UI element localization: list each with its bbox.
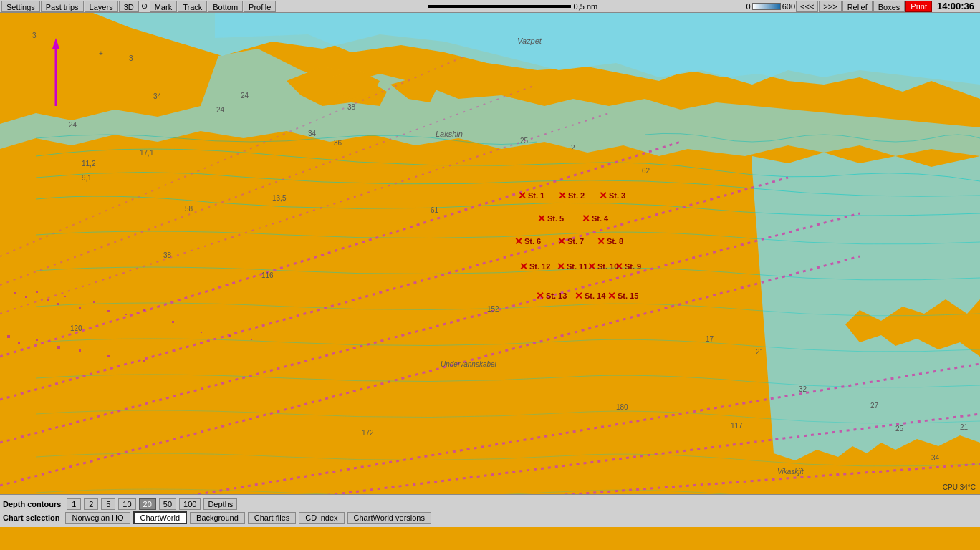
station-st15: ✕ St. 15 bbox=[607, 291, 638, 301]
depths-button[interactable]: Depths bbox=[203, 498, 237, 510]
station-st12: ✕ St. 12 bbox=[519, 261, 550, 271]
depth-num: 120 bbox=[70, 324, 82, 332]
chart-btn-chartworld[interactable]: ChartWorld bbox=[133, 511, 187, 524]
depth-num: 62 bbox=[642, 167, 650, 175]
station-label: St. 7 bbox=[567, 237, 584, 246]
svg-rect-5 bbox=[57, 303, 59, 305]
station-label: St. 2 bbox=[568, 191, 585, 200]
station-label: St. 15 bbox=[618, 291, 638, 300]
scale-label: 0,5 nm bbox=[574, 2, 598, 11]
chart-btn-chartfiles[interactable]: Chart files bbox=[248, 512, 297, 524]
3d-button[interactable]: 3D bbox=[119, 1, 139, 12]
place-label-vazpet: Vazpet bbox=[517, 37, 542, 45]
chart-selection-row: Chart selection Norwegian HO ChartWorld … bbox=[3, 511, 977, 524]
station-x-icon: ✕ bbox=[518, 190, 527, 201]
depth-gradient-bar bbox=[752, 3, 781, 10]
depth-num: 180 bbox=[616, 403, 628, 411]
svg-rect-8 bbox=[93, 301, 95, 303]
station-label: St. 3 bbox=[609, 191, 625, 200]
station-label: St. 1 bbox=[528, 191, 544, 200]
station-st7: ✕ St. 7 bbox=[557, 236, 584, 246]
depth-btn-1[interactable]: 1 bbox=[67, 498, 81, 510]
station-st8: ✕ St. 8 bbox=[597, 236, 623, 246]
depth-num: 3 bbox=[129, 54, 133, 62]
depth-num: 58 bbox=[185, 205, 193, 213]
scale-line bbox=[428, 5, 571, 8]
nav-left-button[interactable]: <<< bbox=[796, 1, 818, 12]
svg-rect-7 bbox=[79, 307, 81, 309]
svg-rect-12 bbox=[172, 321, 174, 323]
relief-button[interactable]: Relief bbox=[842, 1, 873, 12]
svg-rect-17 bbox=[18, 342, 20, 344]
depth-contours-row: Depth contours 1 2 5 10 20 50 100 Depths bbox=[3, 498, 977, 510]
depth-num: 34 bbox=[308, 130, 316, 138]
depth-btn-100[interactable]: 100 bbox=[179, 498, 201, 510]
station-x-icon: ✕ bbox=[575, 291, 583, 301]
station-label: St. 10 bbox=[597, 262, 618, 271]
depth-btn-5[interactable]: 5 bbox=[101, 498, 115, 510]
station-st2: ✕ St. 2 bbox=[558, 190, 585, 201]
station-x-icon: ✕ bbox=[587, 261, 596, 271]
boxes-button[interactable]: Boxes bbox=[873, 1, 905, 12]
station-label: St. 12 bbox=[529, 262, 550, 271]
depth-btn-50[interactable]: 50 bbox=[159, 498, 176, 510]
svg-rect-16 bbox=[7, 335, 10, 338]
north-arrow-icon bbox=[49, 34, 63, 120]
svg-rect-22 bbox=[143, 360, 145, 362]
svg-marker-24 bbox=[52, 38, 59, 49]
svg-rect-9 bbox=[107, 310, 110, 312]
chart-btn-background[interactable]: Background bbox=[190, 512, 245, 524]
station-label: St. 8 bbox=[607, 237, 623, 246]
layers-button[interactable]: Layers bbox=[85, 1, 118, 12]
place-label-lakshin: Lakshin bbox=[436, 130, 463, 138]
depth-btn-10[interactable]: 10 bbox=[118, 498, 135, 510]
chart-btn-norwegian[interactable]: Norwegian HO bbox=[65, 512, 130, 524]
svg-rect-13 bbox=[201, 332, 202, 333]
depth-num: 38 bbox=[347, 103, 355, 111]
station-x-icon: ✕ bbox=[599, 190, 607, 201]
station-st14: ✕ St. 14 bbox=[575, 291, 605, 301]
chart-selection-label: Chart selection bbox=[3, 513, 59, 522]
depth-num: + bbox=[99, 49, 103, 57]
depth-btn-2[interactable]: 2 bbox=[84, 498, 98, 510]
scale-bar: 0,5 nm bbox=[277, 2, 745, 11]
past-trips-button[interactable]: Past trips bbox=[41, 1, 84, 12]
depth-num: 3 bbox=[32, 32, 37, 39]
mark-button[interactable]: Mark bbox=[150, 1, 177, 12]
chart-btn-cdindex[interactable]: CD index bbox=[299, 512, 344, 524]
track-button[interactable]: Track bbox=[178, 1, 207, 12]
station-x-icon: ✕ bbox=[537, 213, 546, 223]
map-area: Vazpet Lakshin Undervannskabel Vikaskjit… bbox=[0, 13, 980, 527]
svg-rect-10 bbox=[125, 314, 127, 315]
settings-button[interactable]: Settings bbox=[1, 1, 40, 12]
depth-num: 21 bbox=[756, 348, 764, 356]
station-st6: ✕ St. 6 bbox=[514, 236, 541, 246]
compass bbox=[49, 34, 63, 122]
depth-min: 0 bbox=[746, 2, 751, 11]
svg-rect-4 bbox=[47, 299, 49, 301]
svg-rect-3 bbox=[36, 291, 38, 293]
depth-num: 21 bbox=[960, 423, 968, 431]
profile-button[interactable]: Profile bbox=[244, 1, 276, 12]
station-st13: ✕ St. 13 bbox=[536, 291, 567, 301]
depth-num: 24 bbox=[241, 92, 249, 100]
bottom-button[interactable]: Bottom bbox=[208, 1, 243, 12]
cpu-info: CPU 34°C bbox=[943, 483, 976, 491]
svg-rect-21 bbox=[107, 355, 110, 357]
svg-rect-15 bbox=[251, 339, 252, 340]
depth-max: 600 bbox=[782, 2, 795, 11]
depth-num: 2 bbox=[571, 144, 575, 152]
depth-num: 34 bbox=[153, 92, 161, 100]
depth-btn-20[interactable]: 20 bbox=[139, 498, 156, 510]
station-label: St. 6 bbox=[524, 237, 541, 246]
svg-rect-18 bbox=[36, 339, 38, 341]
chart-btn-chartworld-versions[interactable]: ChartWorld versions bbox=[347, 512, 431, 524]
depth-num: 117 bbox=[731, 422, 743, 430]
depth-num: 38 bbox=[163, 251, 171, 259]
svg-rect-19 bbox=[57, 346, 60, 349]
nav-right-button[interactable]: >>> bbox=[819, 1, 841, 12]
station-label: St. 4 bbox=[592, 214, 608, 223]
svg-rect-11 bbox=[143, 309, 145, 311]
print-button[interactable]: Print bbox=[905, 1, 932, 12]
station-st4: ✕ St. 4 bbox=[582, 213, 608, 223]
